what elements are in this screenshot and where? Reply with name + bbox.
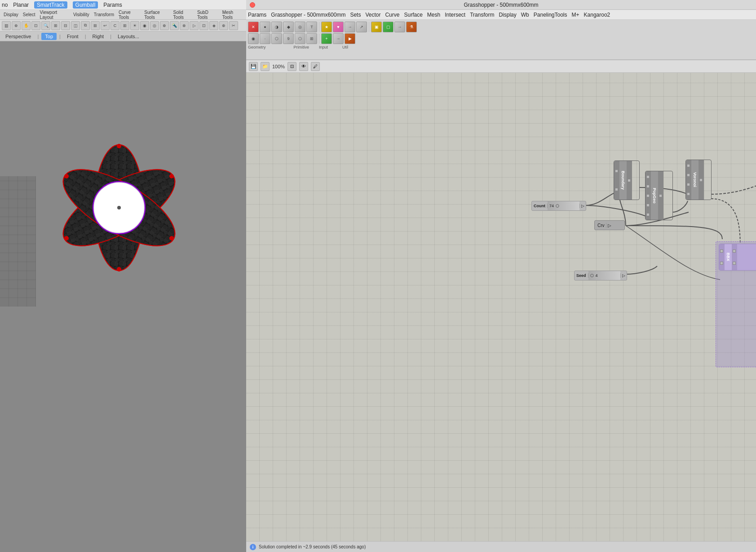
popgeo-port-n[interactable]: [646, 185, 650, 188]
bbx-port-out1[interactable]: [733, 249, 736, 253]
menu-no[interactable]: no: [2, 2, 8, 8]
boundary-port-s[interactable]: [628, 179, 631, 182]
tb-curve-tools[interactable]: Curve Tools: [117, 9, 141, 20]
btn-preview[interactable]: 🖊: [311, 62, 320, 71]
menu-mplus[interactable]: M+: [572, 12, 579, 18]
menu-sets[interactable]: Sets: [350, 12, 361, 18]
voronoi-port-r[interactable]: [687, 174, 690, 177]
icon-c3[interactable]: ◉: [140, 21, 149, 30]
menu-intersect[interactable]: Intersect: [445, 12, 465, 18]
boundary-node[interactable]: Boundary: [614, 160, 640, 200]
icon-c11[interactable]: ⊕: [219, 21, 228, 30]
voronoi-port-v[interactable]: [687, 192, 690, 196]
tb-subd-tools[interactable]: SubD Tools: [195, 9, 220, 20]
menu-vector[interactable]: Vector: [365, 12, 380, 18]
icon-input2[interactable]: ▢: [383, 22, 393, 32]
boundary-port-2[interactable]: [615, 188, 618, 191]
btn-save[interactable]: 💾: [249, 62, 258, 71]
menu-kangaroo[interactable]: Kangaroo2: [584, 12, 610, 18]
tb-mesh-tools[interactable]: Mesh Tools: [221, 9, 244, 20]
icon-zoom-in[interactable]: 🔍: [41, 21, 50, 30]
popgeo-port-s[interactable]: [646, 194, 650, 197]
count-slider[interactable]: Count 74 ⬡ ▷: [531, 201, 586, 211]
popgeo-port-out[interactable]: [659, 194, 662, 197]
icon-close-gh[interactable]: ✕: [248, 22, 259, 32]
menu-mesh[interactable]: Mesh: [427, 12, 440, 18]
icon-cherry[interactable]: ♥: [333, 22, 344, 32]
tb-viewport-layout[interactable]: Viewport Layout: [38, 9, 71, 20]
icon-flask[interactable]: ⚗: [406, 22, 417, 32]
menu-paneling[interactable]: PanelingTools: [534, 12, 567, 18]
menu-smarttrack[interactable]: SmartTrack: [34, 1, 67, 9]
icon-zoom3[interactable]: ⊟: [61, 21, 70, 30]
tb-surface-tools[interactable]: Surface Tools: [142, 9, 170, 20]
rhino-viewport[interactable]: [0, 41, 246, 552]
icon-c4[interactable]: ◎: [150, 21, 159, 30]
menu-display[interactable]: Display: [499, 12, 516, 18]
icon-orange2[interactable]: ▶: [345, 33, 355, 44]
icon-arrow3[interactable]: →: [333, 33, 344, 44]
icon-arrow2[interactable]: ↗: [356, 22, 367, 32]
icon-zoom2[interactable]: ⊞: [51, 21, 60, 30]
menu-transform[interactable]: Transform: [470, 12, 494, 18]
icon-c5[interactable]: ⊕: [160, 21, 169, 30]
icon-input3[interactable]: →: [394, 22, 405, 32]
boundary-port-e[interactable]: [615, 169, 618, 173]
bbx-port-out2[interactable]: [733, 262, 736, 265]
voronoi-port-c[interactable]: [699, 178, 703, 182]
icon-undo[interactable]: ↩: [101, 21, 110, 30]
icon-arrow1[interactable]: →: [345, 22, 355, 32]
tb-visibility[interactable]: Visibility: [71, 12, 91, 18]
icon-wire[interactable]: ◉: [248, 33, 259, 44]
close-button[interactable]: [250, 2, 255, 8]
tab-front[interactable]: Front: [63, 33, 82, 40]
icon-snap[interactable]: ⊕: [12, 21, 21, 30]
icon-c10[interactable]: ◈: [209, 21, 218, 30]
icon-sphere1[interactable]: ●: [260, 22, 270, 32]
btn-view-toggle[interactable]: 👁: [299, 62, 308, 71]
popgeo-node[interactable]: PopGeo: [645, 171, 673, 220]
icon-hex[interactable]: ⬡: [295, 33, 305, 44]
menu-gumball[interactable]: Gumball: [73, 1, 98, 9]
btn-fit[interactable]: ⊡: [287, 62, 296, 71]
tab-perspective[interactable]: Perspective: [2, 33, 35, 40]
crv-param[interactable]: Crv ▷: [594, 220, 625, 230]
tb-solid-tools[interactable]: Solid Tools: [172, 9, 195, 20]
icon-grid[interactable]: ⊞: [120, 21, 129, 30]
icon-c12[interactable]: ✂: [229, 21, 238, 30]
voronoi-port-b[interactable]: [687, 183, 690, 186]
icon-pt[interactable]: ·: [260, 33, 270, 44]
icon-green1[interactable]: +: [321, 33, 332, 44]
tab-right[interactable]: Right: [89, 33, 108, 40]
icon-layer[interactable]: ▥: [2, 21, 11, 30]
icon-c8[interactable]: ▷: [190, 21, 199, 30]
voronoi-node[interactable]: Voronoi: [685, 160, 712, 200]
tb-display[interactable]: Display: [2, 12, 20, 18]
menu-maths[interactable]: Grasshopper - 500mmx600mm: [271, 12, 345, 18]
icon-sphere2[interactable]: ◑: [271, 22, 282, 32]
menu-params[interactable]: Params: [248, 12, 266, 18]
bbx-node[interactable]: BBX: [719, 244, 756, 271]
icon-c6[interactable]: 🔦: [170, 21, 179, 30]
icon-box[interactable]: ⬡: [271, 33, 282, 44]
icon-num[interactable]: 9: [283, 33, 294, 44]
btn-open[interactable]: 📁: [261, 62, 270, 71]
icon-c2[interactable]: ☀: [130, 21, 139, 30]
popgeo-port-p[interactable]: [646, 213, 650, 216]
menu-history[interactable]: Params: [103, 2, 122, 8]
icon-c9[interactable]: ⊡: [199, 21, 208, 30]
menu-wb[interactable]: Wb: [521, 12, 529, 18]
icon-circle1[interactable]: ◎: [295, 22, 305, 32]
tb-transform[interactable]: Transform: [92, 12, 116, 18]
gh-canvas[interactable]: Count 74 ⬡ ▷ Crv ▷ Seed ⬡ 4 ▷: [246, 73, 756, 541]
menu-surface[interactable]: Surface: [404, 12, 422, 18]
bbx-port-b[interactable]: [720, 262, 723, 265]
icon-view3[interactable]: ⊞: [91, 21, 100, 30]
icon-text[interactable]: T: [306, 22, 317, 32]
icon-star[interactable]: ★: [321, 22, 332, 32]
voronoi-port-p[interactable]: [687, 164, 690, 167]
icon-view1[interactable]: ◫: [71, 21, 80, 30]
icon-merge[interactable]: ⊞: [306, 33, 317, 44]
icon-zoom-ext[interactable]: ⊡: [31, 21, 40, 30]
icon-view2[interactable]: ⧉: [81, 21, 90, 30]
